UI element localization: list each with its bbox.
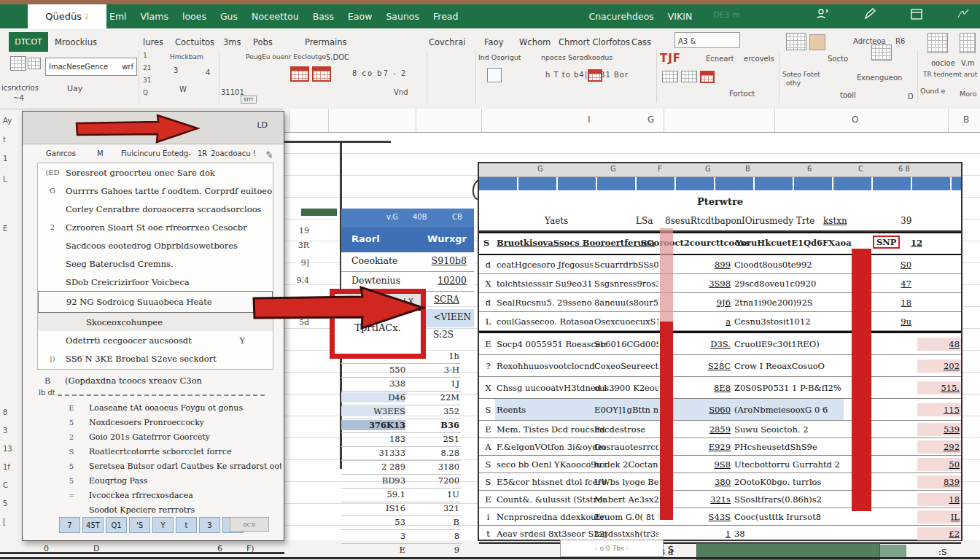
menu-item[interactable]: S Roatlecrtcotorrte scborcclet forrce (41, 444, 281, 459)
mini-number-row[interactable]: W3EES 352 (341, 405, 461, 419)
menu-item[interactable]: 5 Eouqrtog Pass (41, 473, 281, 488)
table-row[interactable]: S seco bb Oenl YKaooco9u xoeuodostA. hod… (479, 456, 961, 473)
menu-tab[interactable]: Eaow (348, 11, 372, 22)
bottom-cell[interactable]: 'S (129, 517, 150, 533)
ribbon-menu-label[interactable]: Cass (631, 37, 651, 47)
menu-item[interactable]: Seeg Bateroclsd Cremns. (38, 254, 273, 273)
oocioe-label[interactable]: oocioe (931, 59, 955, 67)
mini-number-row[interactable]: 53 B (341, 516, 461, 530)
ribbon-menu-label[interactable]: Faoy (484, 37, 503, 47)
table-style-icon-2[interactable] (312, 66, 331, 82)
row-number[interactable]: 19 (284, 226, 309, 236)
socto-label[interactable]: Socto (828, 55, 848, 63)
delete-label[interactable]: ercovels (744, 55, 774, 63)
mini-number-row[interactable]: 3 8 (341, 530, 461, 544)
mini-number-row[interactable]: 183 2S1 (341, 433, 461, 447)
ribbon-menu-label[interactable]: Chmort Clorfotos (559, 37, 630, 47)
sheet-tab-label[interactable]: S (668, 544, 674, 555)
border-grid-icon-1[interactable] (662, 71, 678, 82)
menu-item[interactable]: E Loaseane tAt ooaoeus Foygu ot gonus (41, 400, 281, 415)
menu-item[interactable]: 2 Goio 201s Gatefrror Goorcety (41, 429, 281, 444)
ribbon-menu-label[interactable]: Mroockius (55, 37, 97, 47)
mini-table-row[interactable]: Coeokiate S910b8 (341, 252, 474, 272)
tab-active[interactable]: Qüedüs 2 (28, 4, 106, 28)
column-letter[interactable]: I (588, 114, 591, 125)
menu-tab[interactable]: Bass (313, 11, 334, 22)
menu-tab[interactable]: Saunos (386, 11, 419, 22)
ribbon-menu-label[interactable]: lures (143, 37, 163, 47)
ribbon-menu-label[interactable]: Coctuitos (175, 37, 214, 47)
mini-number-row[interactable]: D46 22M (341, 392, 461, 405)
pencil-icon[interactable] (863, 7, 876, 20)
pen-icon[interactable]: ✎ (265, 149, 274, 161)
list-level-item[interactable]: Q (143, 89, 155, 101)
cell-style-red-icon[interactable] (588, 69, 602, 82)
mini-number-row[interactable]: 376K13 B36 (341, 419, 461, 433)
list-level-item[interactable]: 1 (143, 52, 155, 64)
mini-side-value[interactable]: SCRA (434, 295, 459, 305)
menu-tab[interactable]: Gus (220, 11, 238, 22)
menu-tab[interactable]: Fread (433, 11, 458, 22)
mini-number-row[interactable]: BD93 7200 (341, 475, 461, 489)
row-number[interactable]: 9.4 (284, 276, 309, 285)
menu-item[interactable]: Skoceoxcohunpee (38, 313, 273, 331)
embedded-col-letter[interactable]: C (858, 165, 863, 173)
menu-item[interactable]: 5 Seretsea Butsor odarl Cautbes Ke srrad… (41, 459, 281, 473)
menu-item[interactable]: SDob Creicrizirfoor Voicbeca (38, 273, 273, 291)
border-grid-icon-2[interactable] (681, 71, 697, 82)
table-row[interactable]: d ceatHgcesoro Jfegosusiisese2 Scuarrdrb… (479, 255, 961, 274)
table-row[interactable]: S Reents E0OY]1gBttn nnnGi S060 (AroNbme… (479, 399, 961, 421)
bottom-cell[interactable]: 3 (199, 517, 220, 533)
subheader-text[interactable]: Fiuicincuru Eotedg- (121, 149, 191, 158)
menu-item[interactable]: = Ivcocckea rfrrecxosdacea (41, 488, 281, 502)
window-icon-2[interactable] (809, 34, 825, 50)
mini-number-row[interactable]: 338 1J (341, 378, 461, 392)
table-row[interactable]: X tolchtsiesssir Su9eo31esss(3 Ssgsnress… (479, 274, 961, 293)
menu-item[interactable]: 92 NG Sodroicg Suuaobeca Heate (38, 291, 273, 313)
embedded-col-letter[interactable]: B (745, 165, 750, 173)
table-row[interactable]: i Ncnprosredna ddexkouteu; C6oi Eruom G.… (479, 508, 961, 526)
table-row[interactable]: E Mem. Tistes Dcd roucshdseo Bivexdstl P… (479, 421, 961, 438)
column-letter[interactable]: O (852, 114, 858, 125)
share-person-icon[interactable] (815, 7, 830, 20)
mini-number-row[interactable]: 550 3-H (341, 364, 461, 378)
rows-icon[interactable] (928, 33, 948, 53)
menu-item[interactable]: G Ourrrrs Gahoes tartte f oodtem. Corprd… (38, 182, 273, 200)
mini-number-row[interactable]: IS16 321 (341, 502, 461, 516)
insert-label[interactable]: Ecneart (706, 55, 734, 63)
menu-item[interactable]: |) SS6 N 3KE Broebal S2eve seckdort (38, 349, 273, 368)
subheader-text[interactable]: Ganrcos (46, 149, 76, 158)
font-name-combobox[interactable]: ImacNeseGence wrf (45, 58, 137, 76)
vm-label[interactable]: V.m (961, 59, 974, 67)
clipboard-icon[interactable] (28, 58, 41, 69)
menu-item[interactable]: 2 Czrooren Sioart St ooe rfreorrxeo Ceso… (38, 218, 273, 236)
menu-tab[interactable]: Noceettou (252, 11, 299, 22)
embedded-col-letter[interactable]: G (705, 165, 711, 173)
ribbon-menu-label[interactable]: Covchrai (429, 37, 465, 47)
mini-number-row[interactable]: 59.1 1U (341, 489, 461, 502)
ribbon-label-r6[interactable]: R6 (895, 37, 905, 45)
ribbon-menu-label[interactable]: Wchom (519, 37, 551, 47)
ribbon-menu-label[interactable]: Prermains (305, 37, 347, 47)
bottom-cell[interactable]: Q1 (106, 517, 127, 533)
align-icon-1[interactable]: 3 (174, 66, 178, 74)
table-row[interactable]: E Socp4 0055951 Roeascerrbres321 Sb6016C… (479, 331, 961, 355)
menu-tab[interactable]: Vlams (141, 11, 168, 22)
embedded-col-letter[interactable]: F (658, 165, 662, 173)
mini-number-row[interactable]: E 9 (341, 544, 461, 558)
menu-tab[interactable]: Cnacurehdeos (588, 11, 653, 22)
embedded-col-letter[interactable]: 6 (807, 165, 812, 173)
embedded-col-letter[interactable]: G (610, 165, 616, 173)
name-box[interactable]: A3 & (674, 32, 740, 48)
ribbon-menu-label[interactable]: Pobs (253, 37, 273, 47)
table-row[interactable]: X Chssg uucooatvH3tdned I.80(31 ous3900 … (479, 377, 961, 399)
table-row[interactable]: L coulGassecoo. Rotasoattas2oj Osexcuoec… (479, 312, 961, 331)
list-level-item[interactable]: 21 (143, 64, 155, 77)
menu-tab[interactable]: VIKIN (668, 11, 692, 22)
columns-icon[interactable] (960, 33, 976, 53)
table-row[interactable]: E Count&. &ulussit (Ststrous. Ktgaoge Ma… (479, 491, 961, 508)
menu-tab[interactable]: looes (182, 11, 206, 22)
window-icon-1[interactable] (786, 33, 806, 50)
table-row[interactable]: A F.&elgonVOtfon 3i&oydeutsudstte Oosrau… (479, 438, 961, 456)
bottom-cell[interactable]: Y (152, 517, 174, 533)
